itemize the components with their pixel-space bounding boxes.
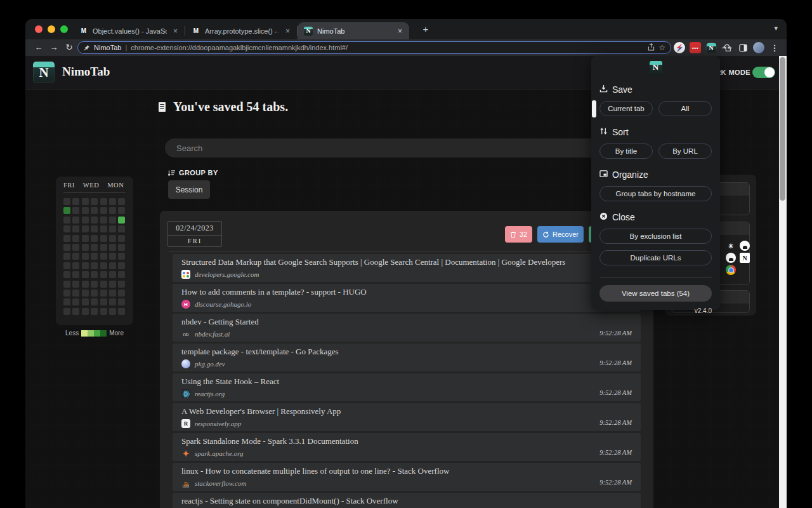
heatmap-cell[interactable] xyxy=(100,281,107,288)
heatmap-cell[interactable] xyxy=(118,225,125,232)
heatmap-cell[interactable] xyxy=(82,217,89,224)
heatmap-cell[interactable] xyxy=(109,262,116,269)
heatmap-cell[interactable] xyxy=(82,198,89,205)
dark-mode-toggle[interactable] xyxy=(752,67,775,78)
heatmap-cell[interactable] xyxy=(109,207,116,214)
share-icon[interactable] xyxy=(648,43,655,53)
heatmap-cell[interactable] xyxy=(100,198,107,205)
heatmap-cell[interactable] xyxy=(118,207,125,214)
heatmap-cell[interactable] xyxy=(82,271,89,278)
bolt-icon[interactable]: ⚡ xyxy=(674,42,685,53)
saved-tab-row[interactable]: A Web Developer's Browser | Responsively… xyxy=(173,403,641,431)
heatmap-cell[interactable] xyxy=(118,235,125,242)
heatmap-cell[interactable] xyxy=(91,253,98,260)
tab-close-icon[interactable]: × xyxy=(284,27,292,36)
heatmap-cell[interactable] xyxy=(72,290,79,297)
saved-tab-row[interactable]: nbdev - Getting Started nb nbdev.fast.ai… xyxy=(173,314,641,342)
heatmap-cell[interactable] xyxy=(72,281,79,288)
heatmap-cell[interactable] xyxy=(100,225,107,232)
heatmap-cell[interactable] xyxy=(109,225,116,232)
bookmark-star-icon[interactable]: ☆ xyxy=(658,43,665,52)
heatmap-cell[interactable] xyxy=(63,198,70,205)
heatmap-cell[interactable] xyxy=(109,198,116,205)
heatmap-cell[interactable] xyxy=(100,253,107,260)
heatmap-cell[interactable] xyxy=(82,308,89,315)
heatmap-cell[interactable] xyxy=(91,262,98,269)
lastpass-icon[interactable]: ••• xyxy=(690,42,701,53)
heatmap-cell[interactable] xyxy=(118,271,125,278)
heatmap-cell[interactable] xyxy=(118,244,125,251)
heatmap-cell[interactable] xyxy=(63,281,70,288)
heatmap-cell[interactable] xyxy=(91,217,98,224)
heatmap-cell[interactable] xyxy=(109,235,116,242)
profile-icon[interactable] xyxy=(753,42,764,53)
heatmap-cell[interactable] xyxy=(100,271,107,278)
tab-close-icon[interactable]: × xyxy=(171,27,180,36)
group-tabs-by-hostname-button[interactable]: Group tabs by hostname xyxy=(599,186,712,201)
heatmap-cell[interactable] xyxy=(91,308,98,315)
heatmap-cell[interactable] xyxy=(109,281,116,288)
browser-tab[interactable]: NNimoTab× xyxy=(298,22,409,39)
heatmap-cell[interactable] xyxy=(82,207,89,214)
heatmap-cell[interactable] xyxy=(82,298,89,305)
heatmap-cell[interactable] xyxy=(100,298,107,305)
duplicate-urls-button[interactable]: Duplicate URLs xyxy=(599,250,712,265)
heatmap-cell[interactable] xyxy=(91,225,98,232)
saved-tab-row[interactable]: linux - How to concatenate multiple line… xyxy=(173,463,641,491)
heatmap-cell[interactable] xyxy=(82,225,89,232)
by-url-button[interactable]: By URL xyxy=(658,144,712,159)
heatmap-cell[interactable] xyxy=(72,298,79,305)
heatmap-cell[interactable] xyxy=(109,271,116,278)
heatmap-cell[interactable] xyxy=(72,262,79,269)
heatmap-cell[interactable] xyxy=(63,298,70,305)
heatmap-cell[interactable] xyxy=(91,281,98,288)
heatmap-cell[interactable] xyxy=(72,253,79,260)
recover-session-button[interactable]: Recover xyxy=(537,226,584,243)
heatmap-cell[interactable] xyxy=(91,271,98,278)
back-icon[interactable]: ← xyxy=(33,42,44,53)
heatmap-cell[interactable] xyxy=(118,262,125,269)
heatmap-cell[interactable] xyxy=(63,253,70,260)
heatmap-cell[interactable] xyxy=(82,281,89,288)
heatmap-cell[interactable] xyxy=(100,235,107,242)
heatmap-cell[interactable] xyxy=(118,290,125,297)
minimize-window-button[interactable] xyxy=(48,25,55,33)
heatmap-cell[interactable] xyxy=(118,198,125,205)
tab-close-icon[interactable]: × xyxy=(396,27,404,36)
heatmap-cell[interactable] xyxy=(63,217,70,224)
heatmap-cell[interactable] xyxy=(82,244,89,251)
by-exclusion-list-button[interactable]: By exclusion list xyxy=(599,229,712,244)
group-by-session-button[interactable]: Session xyxy=(168,180,210,199)
search-input[interactable] xyxy=(165,138,641,157)
heatmap-cell[interactable] xyxy=(91,244,98,251)
heatmap-cell[interactable] xyxy=(109,290,116,297)
heatmap-cell[interactable] xyxy=(72,207,79,214)
nimotab-icon[interactable]: N xyxy=(705,42,717,53)
heatmap-cell[interactable] xyxy=(109,298,116,305)
heatmap-cell[interactable] xyxy=(100,290,107,297)
page-scrollbar[interactable] xyxy=(779,56,787,508)
puzzle-icon[interactable] xyxy=(721,42,733,53)
heatmap-cell[interactable] xyxy=(63,290,70,297)
heatmap-cell[interactable] xyxy=(72,217,79,224)
heatmap-cell[interactable] xyxy=(72,271,79,278)
sidepanel-icon[interactable] xyxy=(737,42,749,53)
heatmap-cell[interactable] xyxy=(109,253,116,260)
heatmap-cell[interactable] xyxy=(82,290,89,297)
heatmap-cell[interactable] xyxy=(72,235,79,242)
heatmap-cell[interactable] xyxy=(109,217,116,224)
heatmap-cell[interactable] xyxy=(118,253,125,260)
heatmap-cell[interactable] xyxy=(91,290,98,297)
saved-tab-row[interactable]: How to add comments in a template? - sup… xyxy=(173,284,641,312)
heatmap-cell[interactable] xyxy=(118,308,125,315)
heatmap-cell[interactable] xyxy=(91,298,98,305)
browser-tab[interactable]: MArray.prototype.slice() - JavaS× xyxy=(185,22,297,39)
heatmap-cell[interactable] xyxy=(91,198,98,205)
heatmap-cell[interactable] xyxy=(100,207,107,214)
heatmap-cell[interactable] xyxy=(118,281,125,288)
close-window-button[interactable] xyxy=(35,25,43,33)
heatmap-cell[interactable] xyxy=(100,217,107,224)
heatmap-cell[interactable] xyxy=(63,271,70,278)
menu-icon[interactable]: ⋮ xyxy=(769,42,780,53)
address-bar[interactable]: NimoTab | chrome-extension://ddoopaamaga… xyxy=(77,41,671,54)
